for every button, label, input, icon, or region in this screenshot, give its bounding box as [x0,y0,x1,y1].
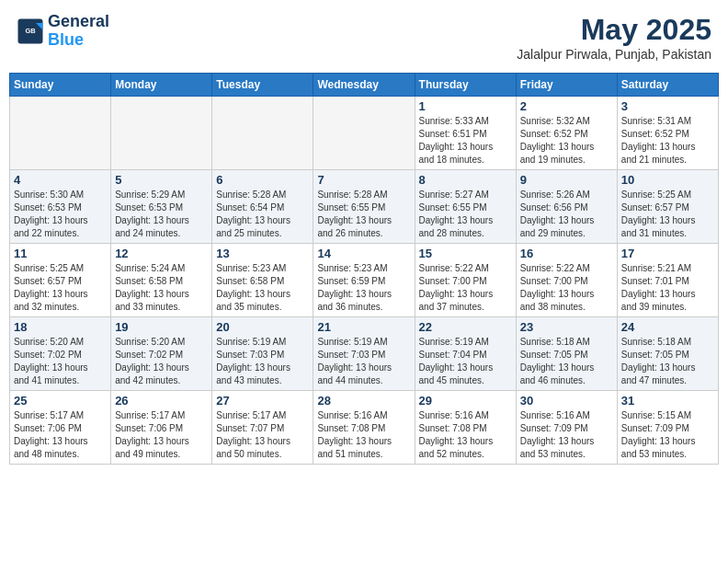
weekday-header-saturday: Saturday [617,74,718,97]
weekday-header-sunday: Sunday [10,74,111,97]
day-number: 13 [216,247,309,260]
calendar-cell [10,97,111,170]
day-info: Sunrise: 5:17 AM Sunset: 7:06 PM Dayligh… [14,409,107,461]
day-info: Sunrise: 5:33 AM Sunset: 6:51 PM Dayligh… [419,115,512,167]
day-info: Sunrise: 5:23 AM Sunset: 6:59 PM Dayligh… [317,262,410,314]
day-info: Sunrise: 5:21 AM Sunset: 7:01 PM Dayligh… [621,262,714,314]
day-info: Sunrise: 5:18 AM Sunset: 7:05 PM Dayligh… [520,336,613,387]
day-number: 30 [520,394,613,408]
calendar-cell: 10Sunrise: 5:25 AM Sunset: 6:57 PM Dayli… [617,170,718,244]
day-number: 27 [216,394,309,408]
day-number: 20 [216,320,309,334]
day-info: Sunrise: 5:28 AM Sunset: 6:55 PM Dayligh… [317,189,410,240]
logo: GB General Blue [17,13,109,50]
day-number: 28 [317,394,410,408]
title-section: May 2025 Jalalpur Pirwala, Punjab, Pakis… [517,13,711,62]
day-number: 11 [14,247,107,260]
day-number: 12 [115,247,208,260]
day-info: Sunrise: 5:15 AM Sunset: 7:09 PM Dayligh… [621,409,714,461]
day-info: Sunrise: 5:16 AM Sunset: 7:08 PM Dayligh… [419,409,512,461]
calendar-cell: 26Sunrise: 5:17 AM Sunset: 7:06 PM Dayli… [111,391,212,465]
calendar-cell: 16Sunrise: 5:22 AM Sunset: 7:00 PM Dayli… [516,244,617,317]
day-info: Sunrise: 5:23 AM Sunset: 6:58 PM Dayligh… [216,262,309,314]
calendar-cell: 2Sunrise: 5:32 AM Sunset: 6:52 PM Daylig… [516,97,617,170]
day-info: Sunrise: 5:31 AM Sunset: 6:52 PM Dayligh… [621,115,714,167]
day-number: 26 [115,394,208,408]
logo-line2: Blue [48,30,84,49]
calendar-week-row: 25Sunrise: 5:17 AM Sunset: 7:06 PM Dayli… [10,391,719,465]
calendar-cell: 18Sunrise: 5:20 AM Sunset: 7:02 PM Dayli… [10,317,111,391]
month-title: May 2025 [517,13,711,47]
weekday-header-friday: Friday [516,74,617,97]
calendar-cell: 24Sunrise: 5:18 AM Sunset: 7:05 PM Dayli… [617,317,718,391]
day-number: 5 [115,173,208,187]
day-number: 16 [520,247,613,260]
day-number: 19 [115,320,208,334]
day-number: 14 [317,247,410,260]
day-number: 24 [621,320,714,334]
day-number: 3 [621,99,714,113]
calendar-cell: 7Sunrise: 5:28 AM Sunset: 6:55 PM Daylig… [313,170,415,244]
calendar-cell: 3Sunrise: 5:31 AM Sunset: 6:52 PM Daylig… [617,97,718,170]
day-info: Sunrise: 5:19 AM Sunset: 7:04 PM Dayligh… [419,336,512,387]
day-info: Sunrise: 5:25 AM Sunset: 6:57 PM Dayligh… [14,262,107,314]
calendar-cell: 15Sunrise: 5:22 AM Sunset: 7:00 PM Dayli… [415,244,516,317]
day-number: 29 [419,394,512,408]
calendar-cell: 28Sunrise: 5:16 AM Sunset: 7:08 PM Dayli… [313,391,415,465]
calendar-cell: 21Sunrise: 5:19 AM Sunset: 7:03 PM Dayli… [313,317,415,391]
calendar-cell: 17Sunrise: 5:21 AM Sunset: 7:01 PM Dayli… [617,244,718,317]
day-info: Sunrise: 5:19 AM Sunset: 7:03 PM Dayligh… [317,336,410,387]
day-number: 9 [520,173,613,187]
calendar-cell [313,97,415,170]
calendar-cell: 30Sunrise: 5:16 AM Sunset: 7:09 PM Dayli… [516,391,617,465]
calendar-cell: 25Sunrise: 5:17 AM Sunset: 7:06 PM Dayli… [10,391,111,465]
calendar-cell: 12Sunrise: 5:24 AM Sunset: 6:58 PM Dayli… [111,244,212,317]
calendar-cell [212,97,313,170]
day-info: Sunrise: 5:29 AM Sunset: 6:53 PM Dayligh… [115,189,208,240]
weekday-header-tuesday: Tuesday [212,74,313,97]
day-info: Sunrise: 5:25 AM Sunset: 6:57 PM Dayligh… [621,189,714,240]
page-header: GB General Blue May 2025 Jalalpur Pirwal… [9,9,719,65]
calendar-week-row: 4Sunrise: 5:30 AM Sunset: 6:53 PM Daylig… [10,170,719,244]
day-number: 31 [621,394,714,408]
calendar-cell: 23Sunrise: 5:18 AM Sunset: 7:05 PM Dayli… [516,317,617,391]
calendar-week-row: 1Sunrise: 5:33 AM Sunset: 6:51 PM Daylig… [10,97,719,170]
day-number: 15 [419,247,512,260]
calendar-cell: 20Sunrise: 5:19 AM Sunset: 7:03 PM Dayli… [212,317,313,391]
day-info: Sunrise: 5:20 AM Sunset: 7:02 PM Dayligh… [14,336,107,387]
calendar-cell: 31Sunrise: 5:15 AM Sunset: 7:09 PM Dayli… [617,391,718,465]
calendar-week-row: 11Sunrise: 5:25 AM Sunset: 6:57 PM Dayli… [10,244,719,317]
day-number: 18 [14,320,107,334]
svg-text:GB: GB [25,26,36,34]
calendar-cell: 5Sunrise: 5:29 AM Sunset: 6:53 PM Daylig… [111,170,212,244]
day-number: 1 [419,99,512,113]
day-info: Sunrise: 5:30 AM Sunset: 6:53 PM Dayligh… [14,189,107,240]
day-info: Sunrise: 5:16 AM Sunset: 7:09 PM Dayligh… [520,409,613,461]
day-number: 8 [419,173,512,187]
calendar-cell: 27Sunrise: 5:17 AM Sunset: 7:07 PM Dayli… [212,391,313,465]
weekday-header-thursday: Thursday [415,74,516,97]
logo-text: General Blue [48,13,109,50]
calendar-cell: 9Sunrise: 5:26 AM Sunset: 6:56 PM Daylig… [516,170,617,244]
calendar-cell: 6Sunrise: 5:28 AM Sunset: 6:54 PM Daylig… [212,170,313,244]
calendar-cell [111,97,212,170]
day-info: Sunrise: 5:24 AM Sunset: 6:58 PM Dayligh… [115,262,208,314]
day-number: 25 [14,394,107,408]
day-number: 23 [520,320,613,334]
weekday-header-wednesday: Wednesday [313,74,415,97]
calendar-cell: 11Sunrise: 5:25 AM Sunset: 6:57 PM Dayli… [10,244,111,317]
day-number: 10 [621,173,714,187]
day-number: 21 [317,320,410,334]
calendar-cell: 22Sunrise: 5:19 AM Sunset: 7:04 PM Dayli… [415,317,516,391]
calendar-cell: 29Sunrise: 5:16 AM Sunset: 7:08 PM Dayli… [415,391,516,465]
day-info: Sunrise: 5:16 AM Sunset: 7:08 PM Dayligh… [317,409,410,461]
calendar-cell: 1Sunrise: 5:33 AM Sunset: 6:51 PM Daylig… [415,97,516,170]
day-info: Sunrise: 5:26 AM Sunset: 6:56 PM Dayligh… [520,189,613,240]
calendar-week-row: 18Sunrise: 5:20 AM Sunset: 7:02 PM Dayli… [10,317,719,391]
calendar-cell: 19Sunrise: 5:20 AM Sunset: 7:02 PM Dayli… [111,317,212,391]
location-subtitle: Jalalpur Pirwala, Punjab, Pakistan [517,47,711,62]
day-info: Sunrise: 5:22 AM Sunset: 7:00 PM Dayligh… [520,262,613,314]
day-info: Sunrise: 5:18 AM Sunset: 7:05 PM Dayligh… [621,336,714,387]
logo-icon: GB [17,17,44,45]
day-info: Sunrise: 5:22 AM Sunset: 7:00 PM Dayligh… [419,262,512,314]
